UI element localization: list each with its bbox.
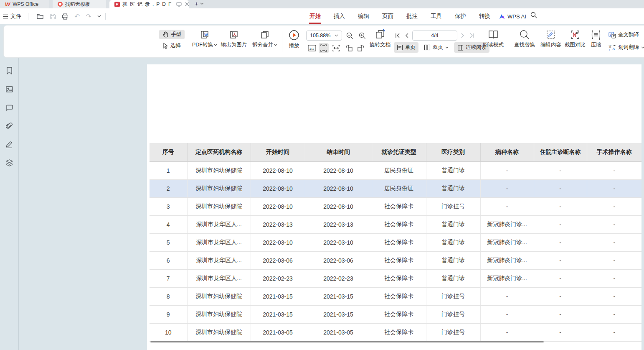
close-tab-icon[interactable] xyxy=(185,2,189,6)
table-cell: 2022-08-10 xyxy=(305,179,372,197)
tab-document-active[interactable]: P 就医记录.PDF xyxy=(109,0,189,8)
divider xyxy=(511,31,511,52)
tab-list-chevron-icon[interactable] xyxy=(200,3,204,8)
full-text-translate-button[interactable]: A 全文翻译 xyxy=(609,31,639,38)
fit-page-button[interactable] xyxy=(319,43,329,53)
table-cell: 2021-03-15 xyxy=(305,287,372,305)
table-cell: 5 xyxy=(150,233,187,251)
rotate-left-button[interactable] xyxy=(344,43,354,53)
menu-item-4[interactable]: 批注 xyxy=(406,12,418,21)
print-icon[interactable] xyxy=(62,13,68,20)
single-page-button[interactable]: 单页 xyxy=(394,42,418,53)
word-translate-button[interactable]: 文A 划词翻译 xyxy=(609,44,644,51)
attachment-icon[interactable] xyxy=(5,122,13,130)
find-replace-icon xyxy=(520,30,530,40)
table-cell: 2021-03-15 xyxy=(305,305,372,323)
page-number-input[interactable]: 4/4 xyxy=(412,31,457,41)
select-tool-button[interactable]: 选择 xyxy=(159,41,185,51)
menu-item-3[interactable]: 页面 xyxy=(382,12,394,21)
split-merge-button[interactable]: 拆分合并 xyxy=(250,30,279,49)
screenshot-compare-button[interactable]: 截图对比 xyxy=(563,30,587,49)
table-cell: 普通门诊 xyxy=(426,269,480,287)
tab-wps-office[interactable]: W WPS Office xyxy=(0,0,49,8)
table-cell: - xyxy=(587,233,641,251)
redo-icon[interactable]: ↷ xyxy=(86,13,91,20)
open-file-icon[interactable] xyxy=(37,13,44,19)
table-cell: 2022-08-10 xyxy=(251,179,305,197)
read-mode-button[interactable]: 阅读模式 xyxy=(482,30,505,49)
table-cell: 7 xyxy=(150,269,187,287)
rotate-left-icon xyxy=(345,44,353,52)
next-page-button[interactable] xyxy=(460,33,466,38)
table-cell: - xyxy=(480,305,534,323)
play-label: 播放 xyxy=(289,42,299,49)
tab-docer-label: 找稻壳模板 xyxy=(65,1,90,8)
window-tab-bar: W WPS Office 找稻壳模板 P 就医记录.PDF + xyxy=(0,0,644,8)
table-cell: 2021-03-05 xyxy=(251,323,305,341)
table-cell: - xyxy=(534,251,587,269)
signature-pen-icon[interactable] xyxy=(5,140,13,148)
menu-item-6[interactable]: 保护 xyxy=(454,12,467,21)
undo-icon[interactable]: ↶ xyxy=(74,13,80,20)
single-page-icon xyxy=(397,44,403,51)
tab-docer-templates[interactable]: 找稻壳模板 xyxy=(53,0,106,8)
table-cell: - xyxy=(534,179,587,197)
menu-item-7[interactable]: 转换 xyxy=(479,12,491,21)
layers-icon[interactable] xyxy=(5,158,13,167)
save-icon[interactable] xyxy=(50,13,56,20)
chevron-down-icon xyxy=(274,44,277,46)
wps-pdf-window: W WPS Office 找稻壳模板 P 就医记录.PDF + xyxy=(0,0,644,350)
split-merge-icon xyxy=(260,30,270,40)
svg-text:文: 文 xyxy=(609,45,612,49)
file-menu-button[interactable]: 文件 xyxy=(0,13,24,20)
double-page-button[interactable]: 双页 xyxy=(421,42,451,53)
export-as-image-button[interactable]: 输出为图片 xyxy=(219,30,248,49)
zoom-level-select[interactable]: 105.88% xyxy=(306,31,342,41)
chevron-down-icon xyxy=(214,44,217,46)
hand-tool-button[interactable]: 手型 xyxy=(159,30,185,39)
comment-icon[interactable] xyxy=(5,103,13,112)
menu-item-1[interactable]: 插入 xyxy=(333,12,345,21)
wps-ai-button[interactable]: WPS AI xyxy=(499,8,526,24)
edit-content-label: 编辑内容 xyxy=(540,41,561,49)
actual-size-icon: 1:1 xyxy=(308,45,316,51)
quickbar-chevron-icon[interactable] xyxy=(97,15,101,18)
table-cell: 社会保障卡 xyxy=(372,197,426,215)
table-cell: 深圳市龙华区人... xyxy=(187,215,251,233)
rotate-document-label: 旋转文档 xyxy=(370,41,390,49)
horizontal-scrollbar-thumb[interactable] xyxy=(150,341,544,342)
rotate-document-button[interactable]: 旋转文档 xyxy=(367,29,393,49)
actual-size-button[interactable]: 1:1 xyxy=(307,43,317,53)
hamburger-icon xyxy=(3,14,8,19)
fit-width-button[interactable] xyxy=(331,43,341,53)
monitor-icon[interactable] xyxy=(176,2,182,7)
global-search-icon[interactable] xyxy=(530,12,537,18)
zoom-in-button[interactable] xyxy=(357,31,367,41)
first-page-button[interactable] xyxy=(394,33,401,38)
table-cell: 2022-08-10 xyxy=(251,197,305,215)
tab-wps-office-label: WPS Office xyxy=(13,1,38,7)
svg-text:W: W xyxy=(204,33,208,37)
compress-icon xyxy=(591,30,601,40)
compress-button[interactable]: 压缩 xyxy=(588,30,604,49)
menu-item-0[interactable]: 开始 xyxy=(309,12,321,21)
bookmark-icon[interactable] xyxy=(5,66,13,75)
new-tab-button[interactable]: + xyxy=(193,0,200,8)
find-replace-button[interactable]: 查找替换 xyxy=(512,30,537,49)
table-cell: - xyxy=(587,215,641,233)
edit-content-button[interactable]: 编辑内容 xyxy=(539,30,563,49)
table-cell: 居民身份证 xyxy=(372,179,426,197)
rotate-right-button[interactable] xyxy=(356,43,366,53)
table-cell: - xyxy=(587,161,641,179)
table-cell: 2021-03-15 xyxy=(251,287,305,305)
last-page-button[interactable] xyxy=(468,33,476,38)
menu-item-2[interactable]: 编辑 xyxy=(357,12,370,21)
previous-page-button[interactable] xyxy=(404,33,410,38)
play-button[interactable]: 播放 xyxy=(285,30,303,49)
menu-item-5[interactable]: 工具 xyxy=(430,12,442,21)
table-cell: 社会保障卡 xyxy=(372,323,426,341)
thumbnail-image-icon[interactable] xyxy=(5,85,13,93)
zoom-out-button[interactable] xyxy=(345,31,355,41)
table-cell: 深圳市妇幼保健院 xyxy=(187,197,251,215)
pdf-convert-button[interactable]: W PDF转换 xyxy=(192,30,218,49)
